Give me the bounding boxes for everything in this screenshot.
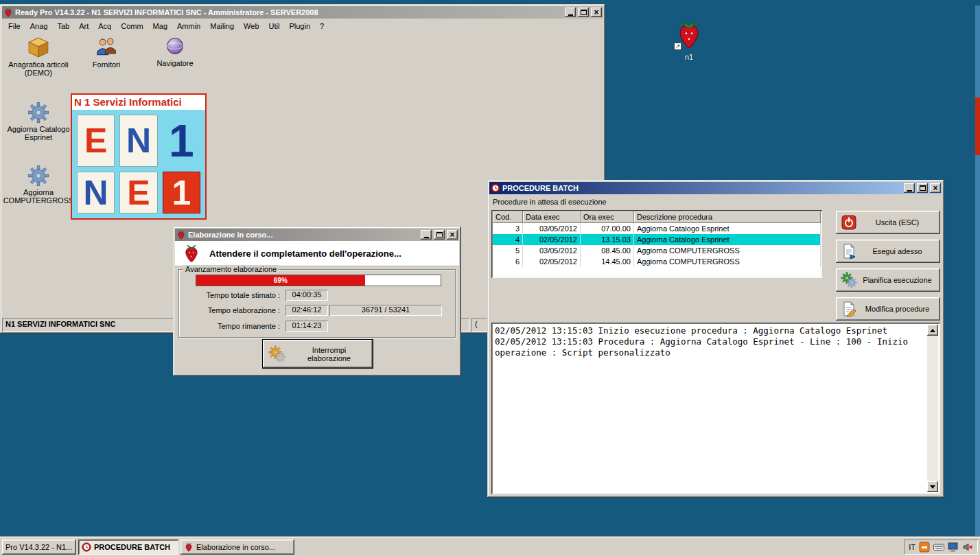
cell-data[interactable]: 03/05/2012 <box>523 223 581 234</box>
gears-icon <box>268 345 286 363</box>
column-header-descrizione[interactable]: Descrizione procedura <box>634 211 821 223</box>
uscita-button[interactable]: Uscita (ESC) <box>836 211 940 234</box>
cell-ora[interactable]: 07.00.00 <box>581 223 634 234</box>
main-maximize-button[interactable] <box>578 8 589 17</box>
taskbar: Pro V14.3.22 - N1... PROCEDURE BATCH Ela… <box>0 537 980 556</box>
menu-item-tab[interactable]: Tab <box>52 20 74 32</box>
menu-item-art[interactable]: Art <box>74 20 93 32</box>
shortcut-fornitori[interactable]: Fornitori <box>81 36 132 69</box>
company-logo: N 1 Servizi Informatici E N 1 N E 1 <box>71 93 207 220</box>
taskbar-button-label: Pro V14.3.22 - N1... <box>5 543 72 551</box>
pianifica-button-label: Pianifica esecuzione <box>857 276 940 284</box>
column-header-cod[interactable]: Cod. <box>493 211 523 223</box>
column-header-data[interactable]: Data exec <box>523 211 581 223</box>
main-close-button[interactable]: × <box>591 8 602 17</box>
pianifica-esecuzione-button[interactable]: Pianifica esecuzione <box>836 268 940 292</box>
logo-tile: E <box>77 115 115 167</box>
log-line: operazione : Script personalizzato <box>495 347 925 358</box>
tray-app-icon[interactable] <box>919 542 930 553</box>
cell-cod[interactable]: 6 <box>493 256 523 267</box>
language-indicator[interactable]: IT <box>909 543 915 551</box>
desktop: Ready Pro V14.3.22 - N1 SERVIZI INFORMAT… <box>0 0 980 556</box>
shortcut-label: Navigatore <box>148 59 202 67</box>
cell-data[interactable]: 03/05/2012 <box>523 245 581 256</box>
progress-bar-fill: 69% <box>196 275 365 286</box>
menu-item-comm[interactable]: Comm <box>116 20 148 32</box>
system-tray: IT <box>904 540 978 555</box>
display-icon[interactable] <box>948 542 959 553</box>
menu-item-mag[interactable]: Mag <box>148 20 172 32</box>
cell-data[interactable]: 02/05/2012 <box>523 256 581 267</box>
label-tempo-rimanente: Tempo rimanente : <box>184 321 280 332</box>
cell-descrizione[interactable]: Aggiorna COMPUTERGROSS <box>634 256 821 267</box>
menu-item-mailing[interactable]: Mailing <box>205 20 239 32</box>
scroll-up-button[interactable] <box>927 325 938 336</box>
shortcut-aggiorna-esprinet[interactable]: Aggiorna Catalogo Esprinet <box>5 102 71 141</box>
menu-item-ammin[interactable]: Ammin <box>172 20 205 32</box>
desktop-shortcut-n1[interactable]: ↗ n1 <box>667 19 711 61</box>
taskbar-button-readypro[interactable]: Pro V14.3.22 - N1... <box>2 540 76 555</box>
cell-cod[interactable]: 5 <box>493 245 523 256</box>
batch-table: Cod. Data exec Ora exec Descrizione proc… <box>491 210 822 278</box>
menu-item-anag[interactable]: Anag <box>25 20 53 32</box>
progress-maximize-button[interactable] <box>434 230 445 240</box>
cell-data[interactable]: 02/05/2012 <box>523 234 581 245</box>
volume-muted-icon[interactable] <box>962 542 973 553</box>
log-scrollbar[interactable] <box>927 325 938 492</box>
keyboard-icon[interactable] <box>933 542 944 553</box>
label-tempo-elaborazione: Tempo elaborazione : <box>184 305 280 316</box>
shortcut-navigatore[interactable]: Navigatore <box>148 36 202 67</box>
main-minimize-button[interactable] <box>565 8 576 17</box>
uscita-button-label: Uscita (ESC) <box>857 218 940 227</box>
value-tempo-elaborazione: 02:46:12 <box>285 305 328 316</box>
progress-message: Attendere il completamento dell'operazio… <box>209 248 401 259</box>
esegui-adesso-button[interactable]: Esegui adesso <box>836 240 940 263</box>
progress-minimize-button[interactable] <box>421 230 432 240</box>
cell-descrizione[interactable]: Aggiorna COMPUTERGROSS <box>634 245 821 256</box>
taskbar-button-procedure-batch[interactable]: PROCEDURE BATCH <box>78 540 178 555</box>
progress-dialog-title: Elaborazione in corso... <box>188 231 419 239</box>
interrompi-elaborazione-button[interactable]: Interrompi elaborazione <box>262 339 373 369</box>
menu-item-web[interactable]: Web <box>239 20 264 32</box>
menu-item-acq[interactable]: Acq <box>93 20 116 32</box>
cell-ora[interactable]: 13.15.03 <box>581 234 634 245</box>
modifica-button-label: Modifica procedure <box>857 305 940 313</box>
interrompi-button-label: Interrompi elaborazione <box>290 346 373 362</box>
cell-ora[interactable]: 14.45.00 <box>581 256 634 267</box>
shortcut-arrow-badge: ↗ <box>674 43 681 50</box>
menu-item-util[interactable]: Util <box>264 20 285 32</box>
progress-titlebar[interactable]: Elaborazione in corso... × <box>175 229 459 241</box>
column-header-ora[interactable]: Ora exec <box>581 211 634 223</box>
menu-item-help[interactable]: ? <box>315 20 329 32</box>
progress-close-button[interactable]: × <box>447 230 458 240</box>
cell-ora[interactable]: 08.45.00 <box>581 245 634 256</box>
cell-cod[interactable]: 4 <box>493 234 523 245</box>
menu-item-plugin[interactable]: Plugin <box>284 20 315 32</box>
batch-window: PROCEDURE BATCH × Procedure in attesa di… <box>487 180 944 498</box>
menu-item-file[interactable]: File <box>3 20 25 32</box>
table-row-selected[interactable]: 4 02/05/2012 13.15.03 Aggiorna Catalogo … <box>493 234 821 245</box>
batch-maximize-button[interactable] <box>917 183 928 193</box>
shortcut-aggiorna-computergross[interactable]: Aggiorna COMPUTERGROSS <box>1 165 75 205</box>
scroll-down-button[interactable] <box>927 481 938 492</box>
taskbar-button-label: PROCEDURE BATCH <box>94 543 170 551</box>
box-icon <box>3 36 74 59</box>
progress-dialog: Elaborazione in corso... × Attendere il … <box>173 227 461 376</box>
modifica-procedure-button[interactable]: Modifica procedure <box>836 297 940 321</box>
main-titlebar[interactable]: Ready Pro V14.3.22 - N1 SERVIZI INFORMAT… <box>2 6 603 19</box>
table-row[interactable]: 3 03/05/2012 07.00.00 Aggiorna Catalogo … <box>493 223 821 234</box>
table-row[interactable]: 6 02/05/2012 14.45.00 Aggiorna COMPUTERG… <box>493 256 821 267</box>
cell-descrizione[interactable]: Aggiorna Catalogo Esprinet <box>634 234 821 245</box>
cell-cod[interactable]: 3 <box>493 223 523 234</box>
batch-minimize-button[interactable] <box>904 183 915 193</box>
document-icon <box>841 243 857 259</box>
taskbar-button-elaborazione[interactable]: Elaborazione in corso... <box>180 540 294 555</box>
log-textarea[interactable]: 02/05/2012 13:15:03 Inizio esecuzione pr… <box>491 323 940 494</box>
batch-titlebar[interactable]: PROCEDURE BATCH × <box>489 182 942 194</box>
table-row[interactable]: 5 03/05/2012 08.45.00 Aggiorna COMPUTERG… <box>493 245 821 256</box>
table-header: Cod. Data exec Ora exec Descrizione proc… <box>493 211 821 223</box>
shortcut-anagrafica-articoli[interactable]: Anagrafica articoli (DEMO) <box>3 36 74 77</box>
cell-descrizione[interactable]: Aggiorna Catalogo Esprinet <box>634 223 821 234</box>
shortcut-label: Aggiorna Catalogo Esprinet <box>5 125 71 141</box>
batch-close-button[interactable]: × <box>930 183 941 193</box>
